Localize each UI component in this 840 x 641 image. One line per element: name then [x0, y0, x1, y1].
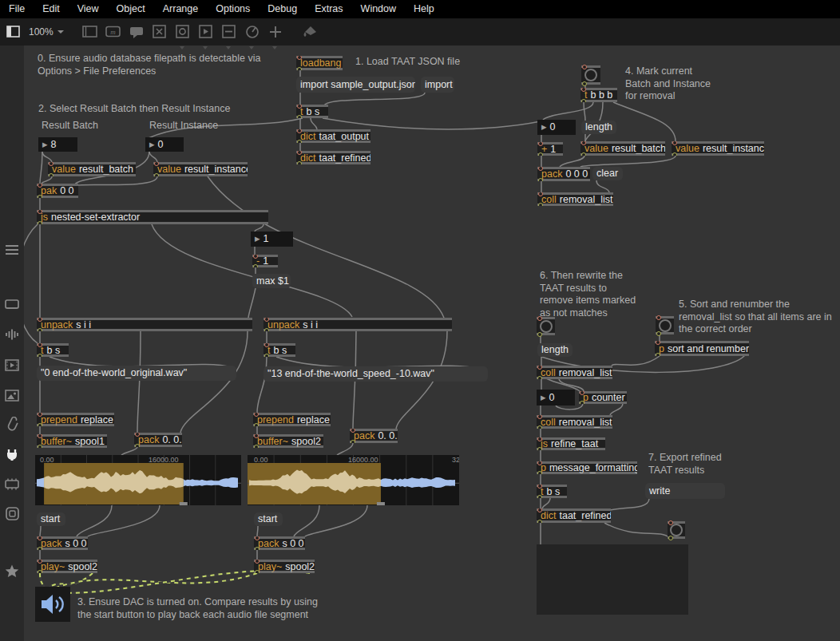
object-js-nested-set-extractor[interactable]: jsnested-set-extractor: [37, 210, 268, 224]
bang-button-rewrite-bang[interactable]: [537, 317, 555, 335]
object-coll-removal-list-3[interactable]: collremoval_list: [537, 415, 612, 429]
message-write[interactable]: write: [645, 483, 725, 499]
bang-button-mark-bang[interactable]: [581, 65, 600, 85]
menu-item-object[interactable]: Object: [108, 0, 154, 18]
message-clear[interactable]: clear: [592, 167, 623, 180]
menu-item-view[interactable]: View: [69, 0, 108, 18]
patcher-canvas[interactable]: loadbangtb sdicttaat_outputdicttaat_refi…: [0, 0, 840, 641]
object-unpack-right[interactable]: unpacks i i: [263, 318, 452, 331]
object-value-result-batch-left[interactable]: valueresult_batch: [48, 162, 136, 176]
zoom-control[interactable]: 100%: [29, 18, 64, 46]
message-length-mid[interactable]: length: [537, 343, 573, 357]
message-import[interactable]: import: [421, 77, 454, 93]
new-object-icon[interactable]: [81, 23, 99, 41]
new-dial-icon[interactable]: [244, 23, 261, 41]
favorites-star-icon[interactable]: [0, 560, 24, 581]
object-trigger-bottom[interactable]: tb s: [537, 485, 567, 498]
patcher-windows-icon[interactable]: [5, 23, 22, 41]
object-minus-one[interactable]: -1: [252, 255, 278, 267]
menu-bar: FileEditViewObjectArrangeOptionsDebugExt…: [0, 0, 840, 18]
object-loadbang[interactable]: loadbang: [296, 56, 343, 70]
video-icon[interactable]: [0, 354, 24, 375]
message-import-sample-output[interactable]: import sample_output.json: [296, 77, 415, 93]
object-pack-000[interactable]: pack0 0 0: [537, 167, 590, 181]
object-dict-taat-output[interactable]: dicttaat_output: [296, 129, 370, 143]
object-plus-one[interactable]: +1: [537, 142, 563, 156]
object-p-counter[interactable]: pcounter: [579, 391, 627, 404]
object-pack-float-right[interactable]: pack0. 0.: [350, 429, 398, 443]
menu-item-arrange[interactable]: Arrange: [154, 0, 207, 18]
message-start-left[interactable]: start: [37, 512, 65, 526]
device-icon[interactable]: [0, 473, 24, 494]
object-play-spool2-left[interactable]: play~spool2: [37, 560, 97, 573]
attachment-icon[interactable]: [0, 413, 24, 434]
menu-item-debug[interactable]: Debug: [259, 0, 306, 18]
dict-view-panel[interactable]: [537, 544, 688, 615]
object-trigger-bbbb[interactable]: tb b b: [580, 88, 617, 102]
bang-button-export-bang[interactable]: [668, 521, 685, 539]
menu-item-options[interactable]: Options: [207, 0, 259, 18]
new-comment-icon[interactable]: [128, 23, 145, 41]
object-p-sort-and-renumber[interactable]: psort and renumber: [655, 341, 749, 356]
object-coll-removal-list-2[interactable]: collremoval_list: [537, 366, 612, 379]
object-pack-s-right[interactable]: packs 0 0: [254, 536, 305, 550]
object-value-result-batch-right[interactable]: valueresult_batch: [580, 141, 665, 156]
object-p-message-formatting[interactable]: pmessage_formatting: [537, 461, 637, 474]
object-buffer-spool1[interactable]: buffer~spool1: [37, 434, 107, 448]
object-js-refine-taat[interactable]: jsrefine_taat: [537, 437, 605, 450]
outlet-strip: [579, 402, 627, 404]
waveform-spool1[interactable]: 0.0016000.00: [35, 455, 241, 505]
comment-step-5: 5. Sort and renumber the removal_list so…: [679, 299, 840, 336]
format-palette-icon[interactable]: [302, 23, 319, 41]
object-dict-taat-refined-2[interactable]: dicttaat_refined: [537, 508, 611, 523]
new-toggle-icon[interactable]: [151, 23, 168, 41]
object-value-result-instance-left[interactable]: valueresult_instance: [153, 162, 248, 176]
menu-item-window[interactable]: Window: [352, 0, 405, 18]
message-max-dollar1[interactable]: max $1: [252, 274, 291, 288]
object-unpack-left[interactable]: unpacks i i: [37, 318, 252, 331]
console-icon[interactable]: [0, 294, 24, 315]
object-play-spool2-right[interactable]: play~spool2: [254, 560, 315, 573]
number-box-result-batch-number[interactable]: ▶8: [38, 137, 77, 152]
new-message-icon[interactable]: m: [105, 23, 122, 41]
inlet-strip: [153, 162, 248, 164]
message-filename-speed[interactable]: "13 end-of-the-world_speed_-10.wav": [263, 366, 488, 382]
object-trigger-right[interactable]: tb s: [263, 343, 295, 357]
menu-item-help[interactable]: Help: [405, 0, 443, 18]
object-pack-s-left[interactable]: packs 0 0: [37, 536, 88, 550]
audio-icon[interactable]: [0, 324, 24, 345]
new-button-icon[interactable]: [174, 23, 192, 41]
object-pack-float-left[interactable]: pack0. 0.: [134, 433, 182, 447]
patcher-box-icon[interactable]: [0, 503, 24, 524]
waveform-spool2[interactable]: 0.0016000.0032: [248, 455, 459, 505]
object-value-result-instance-right[interactable]: valueresult_instance: [672, 141, 764, 156]
object-trigger-left[interactable]: tb s: [37, 343, 69, 357]
plug-icon[interactable]: [0, 444, 24, 465]
number-box-removal-index-number[interactable]: ▶0: [537, 120, 576, 135]
new-playbar-icon[interactable]: [197, 23, 215, 41]
outlet-strip: [580, 153, 665, 156]
message-start-right[interactable]: start: [254, 512, 283, 526]
object-prepend-replace-right[interactable]: prependreplace: [253, 413, 331, 426]
number-box-result-instance-number[interactable]: ▶0: [145, 137, 184, 152]
object-dict-taat-refined[interactable]: dicttaat_refined: [296, 151, 370, 164]
object-coll-removal-list-1[interactable]: collremoval_list: [537, 192, 613, 206]
menu-icon[interactable]: [0, 239, 24, 260]
waveform-time-label: 0.00: [40, 456, 54, 464]
object-pak[interactable]: pak0 0: [37, 184, 78, 198]
message-filename-original[interactable]: "0 end-of-the-world_original.wav": [37, 366, 236, 381]
outlet-strip: [537, 179, 590, 181]
message-length-top[interactable]: length: [581, 121, 616, 134]
menu-item-extras[interactable]: Extras: [306, 0, 351, 18]
new-slider-icon[interactable]: [220, 23, 238, 41]
object-prepend-replace-left[interactable]: prependreplace: [37, 413, 114, 426]
audio-on-off-speaker-button[interactable]: [35, 587, 70, 622]
object-buffer-spool2[interactable]: buffer~spool2: [253, 434, 323, 448]
add-object-icon[interactable]: [267, 23, 284, 41]
number-box-counter-number[interactable]: ▶0: [537, 390, 575, 406]
number-box-instance-count-number[interactable]: ▶1: [251, 231, 293, 247]
menu-item-file[interactable]: File: [0, 0, 34, 18]
image-icon[interactable]: [0, 385, 24, 406]
bang-circle-icon: [659, 319, 672, 332]
menu-item-edit[interactable]: Edit: [34, 0, 69, 18]
